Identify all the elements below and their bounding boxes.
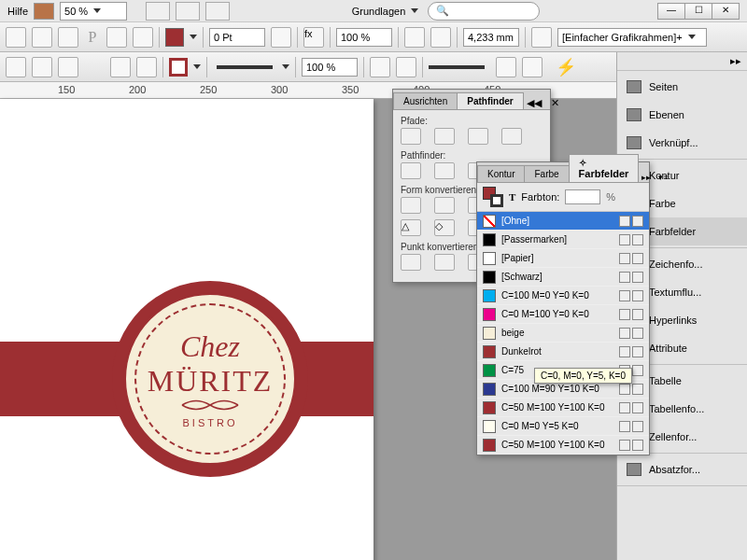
swatch-row[interactable]: C=0 M=0 Y=5 K=0	[477, 417, 649, 436]
collapse-icon[interactable]: ▸▸	[730, 55, 741, 67]
swatch-flag-icon	[632, 402, 643, 413]
fill-swatch[interactable]	[165, 28, 184, 47]
stroke-width-input[interactable]	[209, 28, 265, 47]
fill-stroke-toggle[interactable]	[483, 187, 503, 207]
tab-kontur[interactable]: Kontur	[477, 165, 525, 182]
dock-item-verknpf[interactable]: Verknüpf...	[617, 129, 747, 157]
shape-icon[interactable]	[434, 197, 455, 214]
tool-icon[interactable]	[496, 57, 516, 77]
swatch-row[interactable]: beige	[477, 324, 649, 343]
tooltip: C=0, M=0, Y=5, K=0	[534, 368, 632, 384]
dock-item-absatzfor[interactable]: Absatzfor...	[617, 455, 747, 483]
path-op-icon[interactable]	[501, 128, 522, 145]
view-mode-icon-3[interactable]	[205, 2, 230, 21]
point-icon[interactable]	[401, 254, 421, 271]
wrap-icon[interactable]	[370, 57, 390, 77]
tab-align[interactable]: Ausrichten	[393, 92, 458, 109]
size-input[interactable]	[463, 28, 519, 47]
tab-farbe[interactable]: Farbe	[524, 165, 569, 182]
tool-icon[interactable]	[58, 57, 78, 77]
object-style-dropdown[interactable]: [Einfacher Grafikrahmen]+	[557, 28, 707, 47]
swatch-row[interactable]: [Ohne]	[477, 212, 649, 231]
wrap-icon[interactable]	[396, 57, 416, 77]
swatch-flag-icon	[619, 421, 630, 432]
point-icon[interactable]	[434, 254, 455, 271]
wrap-icon[interactable]	[430, 27, 451, 48]
swatch-row[interactable]: C=50 M=100 Y=100 K=0	[477, 399, 649, 417]
tool-icon[interactable]	[6, 57, 26, 77]
effects-icon[interactable]: fx	[303, 27, 324, 48]
zoom-dropdown[interactable]: 50 %	[60, 2, 127, 21]
tool-icon[interactable]	[6, 27, 26, 48]
panel-close-icon[interactable]: ✕	[545, 97, 565, 109]
swatch-flag-icon	[632, 253, 643, 264]
panel-icon	[627, 108, 641, 121]
stroke-swatch[interactable]	[169, 58, 188, 77]
corner-icon[interactable]	[531, 27, 552, 48]
dock-item-seiten[interactable]: Seiten	[617, 73, 747, 101]
view-mode-icon-1[interactable]	[146, 2, 170, 21]
stroke-type-icon[interactable]	[217, 65, 273, 69]
stroke-style-icon[interactable]	[271, 27, 291, 48]
tool-icon[interactable]	[133, 27, 153, 48]
document-page[interactable]: Chez MÜRITZ BISTRO	[0, 99, 374, 560]
path-op-icon[interactable]	[468, 128, 488, 145]
panel-menu-icon[interactable]: ◀◀	[523, 97, 545, 109]
swatch-flag-icon	[619, 440, 630, 451]
pathfinder-op-icon[interactable]	[434, 162, 455, 179]
pathfinder-op-icon[interactable]	[401, 162, 421, 179]
badge-line3: BISTRO	[183, 417, 238, 428]
badge: Chez MÜRITZ BISTRO	[112, 281, 308, 477]
chevron-down-icon	[93, 8, 101, 13]
view-mode-icon-2[interactable]	[176, 2, 200, 21]
flourish-icon	[177, 399, 243, 412]
opacity-input[interactable]	[336, 28, 392, 47]
swatches-panel[interactable]: Kontur Farbe ✧ Farbfelder ▸▸ ▾≡ T Farbto…	[476, 161, 650, 455]
flash-icon[interactable]: ⚡	[556, 57, 576, 77]
tool-icon[interactable]	[136, 57, 157, 77]
tool-icon[interactable]	[522, 57, 543, 77]
bridge-icon[interactable]	[34, 3, 54, 20]
search-input[interactable]: 🔍	[428, 2, 540, 21]
tint-input[interactable]	[565, 189, 600, 204]
wrap-icon[interactable]	[404, 27, 425, 48]
swatch-flag-icon	[619, 346, 630, 357]
chevron-down-icon	[193, 64, 201, 69]
shape-icon[interactable]	[401, 197, 421, 214]
swatch-row[interactable]: [Schwarz]	[477, 268, 649, 287]
tool-icon[interactable]	[58, 27, 78, 48]
swatch-flag-icon	[632, 234, 643, 245]
shape-icon[interactable]: ◇	[434, 219, 455, 236]
path-op-icon[interactable]	[434, 128, 455, 145]
chevron-down-icon	[282, 64, 289, 69]
paragraph-icon[interactable]: P	[84, 29, 101, 46]
chevron-down-icon	[190, 35, 197, 39]
swatch-row[interactable]: C=100 M=0 Y=0 K=0	[477, 287, 649, 305]
dock-item-ebenen[interactable]: Ebenen	[617, 101, 747, 129]
opacity-input-2[interactable]	[302, 58, 358, 77]
swatch-row[interactable]: C=0 M=100 Y=0 K=0	[477, 305, 649, 324]
tab-pathfinder[interactable]: Pathfinder	[457, 92, 523, 109]
close-button[interactable]: ✕	[712, 3, 740, 20]
minimize-button[interactable]: —	[657, 3, 685, 20]
panel-menu-icon[interactable]: ▾≡	[655, 173, 671, 182]
help-menu[interactable]: Hilfe	[7, 6, 28, 17]
swatch-row[interactable]: [Papier]	[477, 249, 649, 268]
swatch-flag-icon	[632, 290, 643, 301]
tool-icon[interactable]	[106, 27, 127, 48]
tool-icon[interactable]	[32, 57, 52, 77]
tool-icon[interactable]	[32, 27, 52, 48]
swatch-row[interactable]: [Passermarken]	[477, 231, 649, 249]
panel-collapse-icon[interactable]: ▸▸	[638, 173, 655, 182]
swatch-chip	[483, 308, 496, 321]
swatch-row[interactable]: Dunkelrot	[477, 343, 649, 361]
tab-farbfelder[interactable]: ✧ Farbfelder	[569, 154, 640, 182]
path-op-icon[interactable]	[401, 128, 421, 145]
shape-icon[interactable]: △	[401, 219, 421, 236]
tint-label: Farbton:	[521, 191, 559, 203]
maximize-button[interactable]: ☐	[684, 3, 712, 20]
workspace-dropdown[interactable]: Grundlagen	[348, 2, 423, 21]
badge-line2: MÜRITZ	[148, 364, 274, 399]
tool-icon[interactable]	[110, 57, 131, 77]
swatch-row[interactable]: C=50 M=100 Y=100 K=0	[477, 436, 649, 455]
